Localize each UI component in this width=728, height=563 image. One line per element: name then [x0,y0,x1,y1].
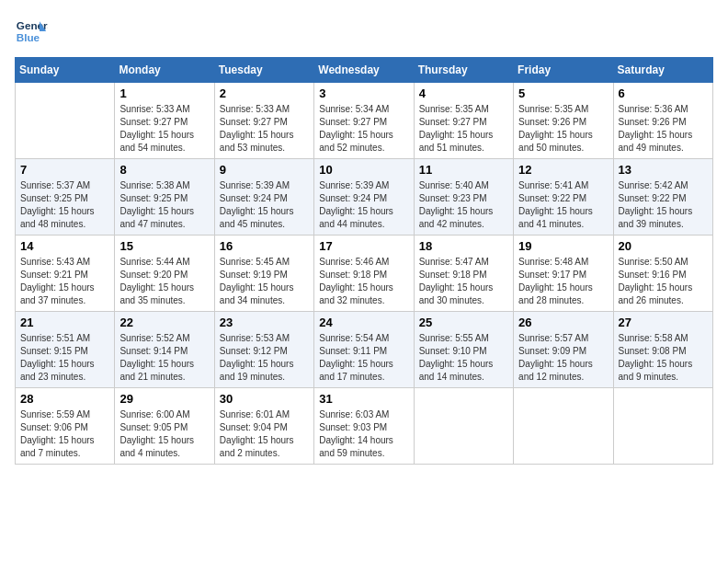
calendar-cell: 8Sunrise: 5:38 AM Sunset: 9:25 PM Daylig… [115,159,214,236]
calendar-cell [16,83,115,159]
calendar-cell: 5Sunrise: 5:35 AM Sunset: 9:26 PM Daylig… [514,83,613,159]
day-number: 11 [419,163,508,177]
calendar-cell: 14Sunrise: 5:43 AM Sunset: 9:21 PM Dayli… [16,236,115,312]
day-info: Sunrise: 5:34 AM Sunset: 9:27 PM Dayligh… [319,103,408,155]
day-info: Sunrise: 5:51 AM Sunset: 9:15 PM Dayligh… [20,332,109,384]
day-number: 19 [518,239,608,253]
calendar-cell: 20Sunrise: 5:50 AM Sunset: 9:16 PM Dayli… [613,236,712,312]
week-row-1: 1Sunrise: 5:33 AM Sunset: 9:27 PM Daylig… [16,83,713,159]
header-saturday: Saturday [613,58,712,83]
calendar-cell: 31Sunrise: 6:03 AM Sunset: 9:03 PM Dayli… [314,388,414,465]
day-number: 16 [220,239,309,253]
day-info: Sunrise: 6:01 AM Sunset: 9:04 PM Dayligh… [220,408,309,460]
day-info: Sunrise: 5:58 AM Sunset: 9:08 PM Dayligh… [619,332,708,384]
day-number: 25 [419,316,508,329]
day-number: 1 [119,86,209,100]
day-info: Sunrise: 5:59 AM Sunset: 9:06 PM Dayligh… [20,408,109,460]
day-info: Sunrise: 5:39 AM Sunset: 9:24 PM Dayligh… [220,179,309,231]
week-row-4: 21Sunrise: 5:51 AM Sunset: 9:15 PM Dayli… [16,312,713,388]
day-number: 24 [319,316,408,329]
calendar-cell: 13Sunrise: 5:42 AM Sunset: 9:22 PM Dayli… [613,159,712,236]
day-number: 7 [20,163,109,177]
calendar-cell: 26Sunrise: 5:57 AM Sunset: 9:09 PM Dayli… [514,312,613,388]
calendar-cell: 4Sunrise: 5:35 AM Sunset: 9:27 PM Daylig… [414,83,513,159]
day-number: 28 [20,392,109,406]
calendar-cell [514,388,613,465]
day-info: Sunrise: 5:44 AM Sunset: 9:20 PM Dayligh… [119,256,209,307]
day-info: Sunrise: 5:55 AM Sunset: 9:10 PM Dayligh… [419,332,508,384]
day-number: 21 [20,316,109,329]
week-row-5: 28Sunrise: 5:59 AM Sunset: 9:06 PM Dayli… [16,388,713,465]
day-info: Sunrise: 5:53 AM Sunset: 9:12 PM Dayligh… [220,332,309,384]
day-number: 20 [619,239,708,253]
day-number: 4 [419,86,508,100]
calendar-cell: 17Sunrise: 5:46 AM Sunset: 9:18 PM Dayli… [314,236,414,312]
day-info: Sunrise: 5:43 AM Sunset: 9:21 PM Dayligh… [20,256,109,307]
day-number: 14 [20,239,109,253]
calendar-cell: 15Sunrise: 5:44 AM Sunset: 9:20 PM Dayli… [115,236,214,312]
header-tuesday: Tuesday [214,58,313,83]
day-number: 18 [419,239,508,253]
calendar-cell: 29Sunrise: 6:00 AM Sunset: 9:05 PM Dayli… [115,388,214,465]
calendar-cell [613,388,712,465]
calendar-cell: 12Sunrise: 5:41 AM Sunset: 9:22 PM Dayli… [514,159,613,236]
day-info: Sunrise: 5:36 AM Sunset: 9:26 PM Dayligh… [619,103,708,155]
calendar-cell: 23Sunrise: 5:53 AM Sunset: 9:12 PM Dayli… [214,312,313,388]
header-wednesday: Wednesday [314,58,414,83]
day-number: 17 [319,239,408,253]
calendar-cell: 19Sunrise: 5:48 AM Sunset: 9:17 PM Dayli… [514,236,613,312]
day-info: Sunrise: 5:46 AM Sunset: 9:18 PM Dayligh… [319,256,408,307]
day-number: 2 [220,86,309,100]
day-number: 3 [319,86,408,100]
calendar-cell: 22Sunrise: 5:52 AM Sunset: 9:14 PM Dayli… [115,312,214,388]
calendar-body: 1Sunrise: 5:33 AM Sunset: 9:27 PM Daylig… [16,83,713,465]
day-number: 10 [319,163,408,177]
day-number: 12 [518,163,608,177]
calendar-cell: 30Sunrise: 6:01 AM Sunset: 9:04 PM Dayli… [214,388,313,465]
day-number: 26 [518,316,608,329]
calendar-cell: 27Sunrise: 5:58 AM Sunset: 9:08 PM Dayli… [613,312,712,388]
calendar-cell: 21Sunrise: 5:51 AM Sunset: 9:15 PM Dayli… [16,312,115,388]
calendar-cell: 18Sunrise: 5:47 AM Sunset: 9:18 PM Dayli… [414,236,513,312]
day-info: Sunrise: 5:37 AM Sunset: 9:25 PM Dayligh… [20,179,109,231]
day-info: Sunrise: 5:47 AM Sunset: 9:18 PM Dayligh… [419,256,508,307]
svg-text:Blue: Blue [17,31,40,43]
day-info: Sunrise: 5:33 AM Sunset: 9:27 PM Dayligh… [119,103,209,155]
day-number: 5 [518,86,608,100]
day-info: Sunrise: 5:41 AM Sunset: 9:22 PM Dayligh… [518,179,608,231]
calendar-cell [414,388,513,465]
calendar-cell: 28Sunrise: 5:59 AM Sunset: 9:06 PM Dayli… [16,388,115,465]
day-info: Sunrise: 6:03 AM Sunset: 9:03 PM Dayligh… [319,408,408,460]
calendar-cell: 11Sunrise: 5:40 AM Sunset: 9:23 PM Dayli… [414,159,513,236]
header-monday: Monday [115,58,214,83]
day-number: 30 [220,392,309,406]
week-row-3: 14Sunrise: 5:43 AM Sunset: 9:21 PM Dayli… [16,236,713,312]
calendar-cell: 16Sunrise: 5:45 AM Sunset: 9:19 PM Dayli… [214,236,313,312]
calendar-cell: 6Sunrise: 5:36 AM Sunset: 9:26 PM Daylig… [613,83,712,159]
calendar-cell: 3Sunrise: 5:34 AM Sunset: 9:27 PM Daylig… [314,83,414,159]
day-info: Sunrise: 5:52 AM Sunset: 9:14 PM Dayligh… [119,332,209,384]
day-number: 23 [220,316,309,329]
day-info: Sunrise: 5:48 AM Sunset: 9:17 PM Dayligh… [518,256,608,307]
day-number: 8 [119,163,209,177]
day-number: 27 [619,316,708,329]
day-number: 29 [119,392,209,406]
calendar-table: SundayMondayTuesdayWednesdayThursdayFrid… [15,57,713,465]
day-info: Sunrise: 5:50 AM Sunset: 9:16 PM Dayligh… [619,256,708,307]
header-sunday: Sunday [16,58,115,83]
calendar-cell: 24Sunrise: 5:54 AM Sunset: 9:11 PM Dayli… [314,312,414,388]
calendar-cell: 10Sunrise: 5:39 AM Sunset: 9:24 PM Dayli… [314,159,414,236]
logo-icon: General Blue [15,15,48,48]
week-row-2: 7Sunrise: 5:37 AM Sunset: 9:25 PM Daylig… [16,159,713,236]
day-info: Sunrise: 5:42 AM Sunset: 9:22 PM Dayligh… [619,179,708,231]
day-info: Sunrise: 5:35 AM Sunset: 9:27 PM Dayligh… [419,103,508,155]
day-number: 31 [319,392,408,406]
logo: General Blue [15,15,51,48]
calendar-cell: 1Sunrise: 5:33 AM Sunset: 9:27 PM Daylig… [115,83,214,159]
day-number: 22 [119,316,209,329]
day-info: Sunrise: 5:57 AM Sunset: 9:09 PM Dayligh… [518,332,608,384]
day-info: Sunrise: 5:54 AM Sunset: 9:11 PM Dayligh… [319,332,408,384]
calendar-cell: 9Sunrise: 5:39 AM Sunset: 9:24 PM Daylig… [214,159,313,236]
header-thursday: Thursday [414,58,513,83]
header-friday: Friday [514,58,613,83]
